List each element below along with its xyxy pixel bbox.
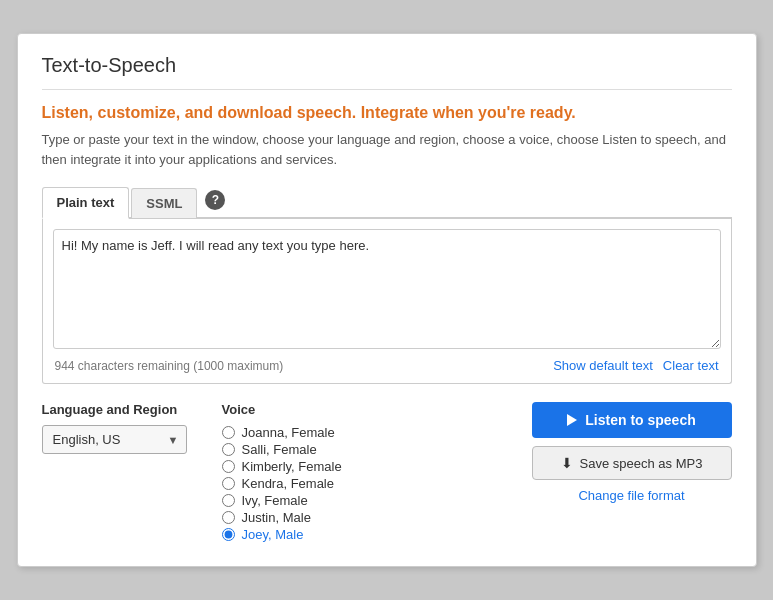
voice-label: Voice [222,402,512,417]
char-count: 944 characters remaining (1000 maximum) [55,359,284,373]
voice-radio-kimberly[interactable] [222,460,235,473]
voice-radio-kendra[interactable] [222,477,235,490]
voice-item-ivy[interactable]: Ivy, Female [222,493,512,508]
voice-item-salli[interactable]: Salli, Female [222,442,512,457]
language-region-section: Language and Region English, US English,… [42,402,202,542]
save-speech-mp3-button[interactable]: ⬇ Save speech as MP3 [532,446,732,480]
listen-to-speech-button[interactable]: Listen to speech [532,402,732,438]
change-file-format-link[interactable]: Change file format [532,488,732,503]
page-title: Text-to-Speech [42,54,732,90]
textarea-section: 944 characters remaining (1000 maximum) … [42,219,732,384]
textarea-actions: Show default text Clear text [553,358,718,373]
voice-item-kendra[interactable]: Kendra, Female [222,476,512,491]
tab-ssml[interactable]: SSML [131,188,197,218]
voice-radio-joanna[interactable] [222,426,235,439]
voice-radio-salli[interactable] [222,443,235,456]
voice-section: Voice Joanna, Female Salli, Female Kimbe… [222,402,512,542]
language-select[interactable]: English, US English, UK Spanish, ES Fren… [42,425,187,454]
bottom-section: Language and Region English, US English,… [42,402,732,542]
voice-item-joey[interactable]: Joey, Male [222,527,512,542]
voice-radio-justin[interactable] [222,511,235,524]
main-card: Text-to-Speech Listen, customize, and do… [17,33,757,567]
help-icon[interactable]: ? [205,190,225,210]
voice-item-joanna[interactable]: Joanna, Female [222,425,512,440]
play-icon [567,414,577,426]
voice-item-kimberly[interactable]: Kimberly, Female [222,459,512,474]
headline: Listen, customize, and download speech. … [42,104,732,122]
voice-item-justin[interactable]: Justin, Male [222,510,512,525]
description: Type or paste your text in the window, c… [42,130,732,169]
show-default-text-button[interactable]: Show default text [553,358,653,373]
tab-bar: Plain text SSML ? [42,185,732,219]
clear-text-button[interactable]: Clear text [663,358,719,373]
voice-list: Joanna, Female Salli, Female Kimberly, F… [222,425,512,542]
language-select-wrapper: English, US English, UK Spanish, ES Fren… [42,425,187,454]
voice-radio-joey[interactable] [222,528,235,541]
actions-section: Listen to speech ⬇ Save speech as MP3 Ch… [532,402,732,542]
speech-text-input[interactable] [53,229,721,349]
tab-plain-text[interactable]: Plain text [42,187,130,219]
voice-radio-ivy[interactable] [222,494,235,507]
textarea-footer: 944 characters remaining (1000 maximum) … [53,358,721,373]
language-region-label: Language and Region [42,402,202,417]
download-icon: ⬇ [561,455,573,471]
